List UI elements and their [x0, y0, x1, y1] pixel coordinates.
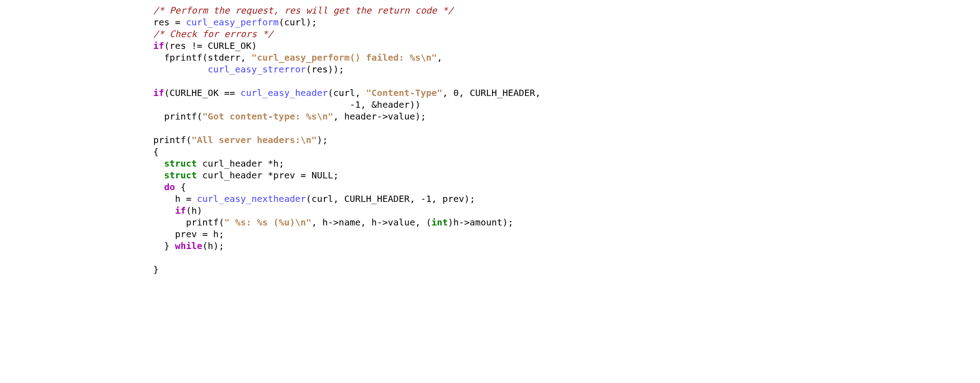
- function-call: curl_easy_strerror: [208, 64, 306, 75]
- blank-line: [131, 76, 137, 86]
- comment: /* Check for errors */: [153, 29, 273, 39]
- code-line: prev = h;: [131, 229, 224, 239]
- code-line: h = curl_easy_nextheader(curl, CURLH_HEA…: [131, 193, 475, 204]
- function-call: curl_easy_nextheader: [197, 193, 306, 204]
- function-call: curl_easy_header: [241, 87, 328, 98]
- code-line: } while(h);: [131, 240, 224, 251]
- code-line: /* Check for errors */: [131, 29, 273, 39]
- string-literal: "curl_easy_perform() failed: %s\n": [251, 52, 437, 63]
- string-literal: "Got content-type: %s\n": [203, 111, 333, 122]
- code-line: fprintf(stderr, "curl_easy_perform() fai…: [131, 52, 442, 63]
- code-line: {: [131, 146, 159, 157]
- keyword-if: if: [153, 87, 164, 98]
- code-line: printf("Got content-type: %s\n", header-…: [131, 111, 426, 122]
- string-literal: "All server headers:\n": [191, 134, 317, 145]
- keyword-do: do: [164, 182, 175, 192]
- keyword-while: while: [175, 240, 202, 251]
- keyword-struct: struct: [164, 170, 197, 181]
- code-line: printf(" %s: %s (%u)\n", h->name, h->val…: [131, 217, 513, 228]
- string-literal: " %s: %s (%u)\n": [224, 217, 312, 228]
- keyword-int: int: [431, 217, 448, 228]
- code-line: }: [131, 264, 159, 275]
- code-line: printf("All server headers:\n");: [131, 134, 328, 145]
- code-line: if(res != CURLE_OK): [131, 40, 257, 51]
- code-line: curl_easy_strerror(res));: [131, 64, 344, 75]
- code-line: res = curl_easy_perform(curl);: [131, 17, 317, 28]
- blank-line: [131, 123, 137, 134]
- keyword-if: if: [175, 205, 186, 216]
- code-line: struct curl_header *h;: [131, 158, 284, 169]
- string-literal: "Content-Type": [366, 87, 443, 98]
- code-line: /* Perform the request, res will get the…: [131, 5, 453, 16]
- code-line: if(CURLHE_OK == curl_easy_header(curl, "…: [131, 87, 541, 98]
- keyword-struct: struct: [164, 158, 197, 169]
- function-call: curl_easy_perform: [186, 17, 279, 28]
- code-block: /* Perform the request, res will get the…: [0, 0, 980, 280]
- code-line: -1, &header)): [131, 99, 420, 110]
- code-line: do {: [131, 182, 186, 192]
- blank-line: [131, 252, 137, 263]
- code-line: struct curl_header *prev = NULL;: [131, 170, 339, 181]
- keyword-if: if: [153, 40, 164, 51]
- code-line: if(h): [131, 205, 203, 216]
- comment: /* Perform the request, res will get the…: [153, 5, 453, 16]
